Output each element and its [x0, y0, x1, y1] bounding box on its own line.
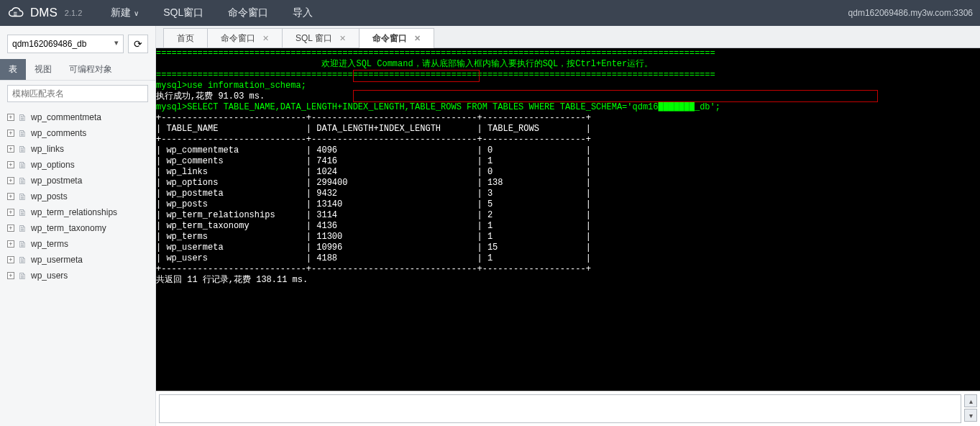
editor-tab[interactable]: 首页 — [163, 28, 208, 47]
table-filter-input[interactable] — [7, 85, 148, 102]
top-menu: 新建∨SQL窗口命令窗口导入 — [111, 6, 313, 19]
table-tree-item[interactable]: +🗎wp_posts — [0, 189, 155, 204]
top-menu-item[interactable]: 新建∨ — [111, 6, 139, 19]
expand-icon[interactable]: + — [7, 272, 14, 279]
table-name-label: wp_postmeta — [31, 176, 82, 186]
database-select-value: qdm162069486_db — [12, 39, 86, 49]
table-tree-item[interactable]: +🗎wp_postmeta — [0, 173, 155, 189]
table-icon: 🗎 — [18, 208, 27, 217]
app-name: DMS — [30, 6, 58, 20]
table-tree-item[interactable]: +🗎wp_commentmeta — [0, 109, 155, 125]
cloud-db-icon — [7, 6, 24, 19]
close-icon[interactable]: ✕ — [414, 34, 421, 43]
table-icon: 🗎 — [18, 145, 27, 154]
table-tree-item[interactable]: +🗎wp_options — [0, 157, 155, 173]
table-icon: 🗎 — [18, 160, 27, 170]
top-menu-item[interactable]: SQL窗口 — [163, 6, 203, 19]
expand-icon[interactable]: + — [7, 209, 14, 216]
expand-icon[interactable]: + — [7, 193, 14, 200]
tab-label: 首页 — [177, 32, 194, 45]
tabs-bar: 首页命令窗口✕SQL 窗口✕命令窗口✕ — [156, 26, 980, 48]
expand-icon[interactable]: + — [7, 240, 14, 248]
editor-tab[interactable]: SQL 窗口✕ — [282, 28, 360, 47]
console-output[interactable]: ========================================… — [156, 48, 980, 391]
sidebar: qdm162069486_db ⟳ 表视图可编程对象 +🗎wp_commentm… — [0, 26, 156, 426]
table-tree-item[interactable]: +🗎wp_usermeta — [0, 252, 155, 268]
top-menu-item[interactable]: 导入 — [293, 6, 313, 19]
app-version: 2.1.2 — [65, 9, 82, 17]
expand-icon[interactable]: + — [7, 177, 14, 184]
table-icon: 🗎 — [18, 113, 27, 122]
table-tree-item[interactable]: +🗎wp_term_relationships — [0, 204, 155, 220]
table-tree-item[interactable]: +🗎wp_comments — [0, 125, 155, 141]
table-icon: 🗎 — [18, 176, 27, 186]
sidebar-tab[interactable]: 表 — [0, 59, 26, 80]
chevron-down-icon: ∨ — [134, 9, 139, 17]
history-up-button[interactable]: ▴ — [964, 394, 977, 407]
table-tree-item[interactable]: +🗎wp_terms — [0, 236, 155, 252]
tab-label: 命令窗口 — [221, 32, 255, 45]
table-tree-item[interactable]: +🗎wp_users — [0, 268, 155, 284]
table-tree-item[interactable]: +🗎wp_term_taxonomy — [0, 220, 155, 236]
table-name-label: wp_term_relationships — [31, 207, 117, 217]
history-down-button[interactable]: ▾ — [964, 409, 977, 422]
database-select[interactable]: qdm162069486_db — [7, 35, 124, 53]
table-icon: 🗎 — [18, 224, 27, 233]
expand-icon[interactable]: + — [7, 130, 14, 137]
table-icon: 🗎 — [18, 271, 27, 281]
table-name-label: wp_posts — [31, 191, 68, 201]
refresh-button[interactable]: ⟳ — [128, 35, 148, 53]
tab-label: 命令窗口 — [372, 32, 407, 45]
command-input-bar: ▴ ▾ — [156, 391, 980, 426]
expand-icon[interactable]: + — [7, 114, 14, 121]
refresh-icon: ⟳ — [134, 38, 142, 50]
table-name-label: wp_term_taxonomy — [31, 223, 106, 233]
sidebar-tab[interactable]: 视图 — [26, 59, 60, 80]
command-input[interactable] — [159, 394, 961, 423]
table-name-label: wp_users — [31, 271, 68, 281]
table-icon: 🗎 — [18, 255, 27, 265]
table-name-label: wp_commentmeta — [31, 112, 101, 122]
tab-label: SQL 窗口 — [296, 32, 332, 45]
table-name-label: wp_options — [31, 160, 75, 170]
expand-icon[interactable]: + — [7, 256, 14, 263]
table-icon: 🗎 — [18, 192, 27, 201]
sidebar-tabs: 表视图可编程对象 — [0, 59, 155, 81]
table-name-label: wp_usermeta — [31, 255, 83, 265]
table-tree: +🗎wp_commentmeta+🗎wp_comments+🗎wp_links+… — [0, 106, 155, 286]
editor-tab[interactable]: 命令窗口✕ — [207, 28, 283, 47]
expand-icon[interactable]: + — [7, 145, 14, 153]
logo-block: DMS 2.1.2 — [7, 6, 82, 20]
close-icon[interactable]: ✕ — [262, 34, 269, 43]
top-menu-item[interactable]: 命令窗口 — [228, 6, 268, 19]
top-header: DMS 2.1.2 新建∨SQL窗口命令窗口导入 qdm162069486.my… — [0, 0, 980, 26]
table-name-label: wp_links — [31, 144, 64, 154]
editor-tab[interactable]: 命令窗口✕ — [359, 28, 434, 48]
arrow-down-icon: ▾ — [969, 412, 973, 420]
expand-icon[interactable]: + — [7, 161, 14, 168]
table-name-label: wp_terms — [31, 239, 68, 249]
arrow-up-icon: ▴ — [969, 397, 973, 405]
table-icon: 🗎 — [18, 129, 27, 138]
table-tree-item[interactable]: +🗎wp_links — [0, 141, 155, 157]
table-name-label: wp_comments — [31, 128, 86, 138]
close-icon[interactable]: ✕ — [339, 34, 346, 43]
connection-info: qdm162069486.my3w.com:3306 — [848, 8, 973, 18]
expand-icon[interactable]: + — [7, 225, 14, 232]
table-icon: 🗎 — [18, 240, 27, 249]
sidebar-tab[interactable]: 可编程对象 — [60, 59, 121, 80]
main-area: 首页命令窗口✕SQL 窗口✕命令窗口✕ ====================… — [156, 26, 980, 426]
